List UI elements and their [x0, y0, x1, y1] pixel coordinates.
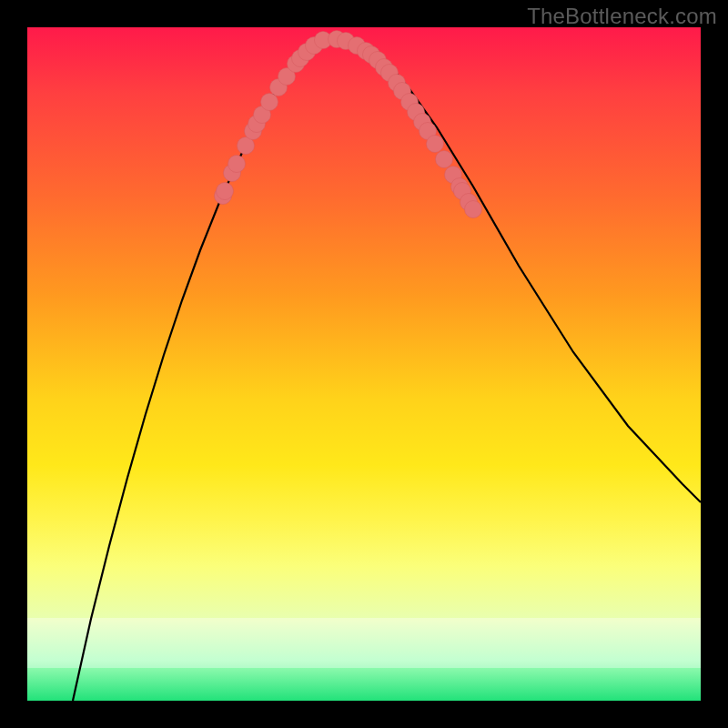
watermark-label: TheBottleneck.com	[527, 4, 717, 29]
data-marker	[436, 151, 453, 168]
data-marker	[228, 156, 246, 173]
marker-group	[215, 31, 482, 218]
chart-frame: TheBottleneck.com	[0, 0, 728, 728]
bottleneck-curve	[73, 40, 701, 701]
data-marker	[427, 136, 444, 153]
data-marker	[465, 201, 482, 218]
plot-area	[27, 27, 701, 701]
chart-svg	[27, 27, 701, 701]
data-marker	[217, 183, 234, 200]
data-marker	[261, 94, 278, 111]
